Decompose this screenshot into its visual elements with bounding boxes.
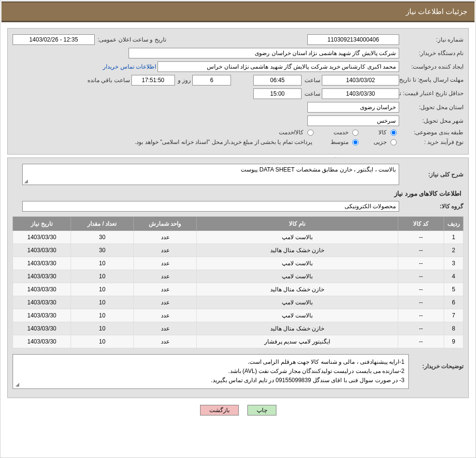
table-cell: بالاست لامپ [197, 309, 398, 322]
radio-medium-label: متوسط [329, 139, 348, 145]
radio-goods[interactable] [390, 129, 397, 136]
radio-service-label: خدمت [332, 129, 348, 136]
radio-medium[interactable] [352, 139, 359, 145]
days-and-label: روز و [176, 77, 191, 84]
days-remaining: 6 [192, 75, 231, 86]
city-label: شهر محل تحویل: [401, 117, 463, 124]
deadline-hour: 06:45 [253, 75, 302, 86]
announce-label: تاریخ و ساعت اعلان عمومی: [96, 36, 166, 43]
table-cell: عدد [134, 283, 197, 296]
table-cell: -- [398, 296, 444, 309]
table-cell: 1403/03/30 [13, 231, 71, 244]
table-cell: -- [398, 270, 444, 283]
table-cell: -- [398, 231, 444, 244]
table-cell: عدد [134, 244, 197, 257]
announce-value: 1403/02/26 - 12:35 [13, 34, 95, 45]
table-cell: 1403/03/30 [13, 309, 71, 322]
page-title: جزئیات اطلاعات نیاز [406, 7, 467, 15]
table-cell: بالاست لامپ [197, 257, 398, 270]
table-cell: 4 [444, 270, 463, 283]
th-unit: واحد شمارش [134, 217, 197, 231]
deadline-date: 1403/03/02 [322, 75, 399, 86]
need-no-label: شماره نیاز: [401, 36, 463, 43]
table-row: 2--خازن خشک متال هالیدعدد301403/03/30 [13, 244, 463, 257]
table-cell: ایگنیتور لامپ سدیم پرفشار [197, 335, 398, 348]
table-cell: عدد [134, 322, 197, 335]
buyer-notes-value: 1-ارایه پیشنهادفنی ، مالی و شناسه کالا ج… [13, 354, 409, 389]
table-cell: 1403/03/30 [13, 283, 71, 296]
table-cell: عدد [134, 257, 197, 270]
th-date: تاریخ نیاز [13, 217, 71, 231]
requester-value: محمد اکبری کارشناس خرید شرکت پالایش گاز … [158, 61, 399, 72]
table-row: 4--بالاست لامپعدد101403/03/30 [13, 270, 463, 283]
province-label: استان محل تحویل: [401, 104, 463, 111]
th-row: ردیف [444, 217, 463, 231]
table-cell: خازن خشک متال هالید [197, 283, 398, 296]
table-cell: 5 [444, 283, 463, 296]
th-code: کد کالا [398, 217, 444, 231]
purchase-type-label: نوع فرآیند خرید : [401, 139, 463, 145]
deadline-label: مهلت ارسال پاسخ: تا تاریخ: [401, 76, 463, 84]
table-cell: 30 [71, 231, 134, 244]
table-cell: 10 [71, 322, 134, 335]
buyer-contact-link[interactable]: اطلاعات تماس خریدار [101, 63, 156, 70]
radio-goods-service-label: کالا/خدمت [277, 129, 303, 136]
table-cell: 2 [444, 244, 463, 257]
province-value: خراسان رضوی [307, 102, 399, 113]
requester-label: ایجاد کننده درخواست: [401, 63, 463, 70]
table-cell: عدد [134, 296, 197, 309]
resize-handle-icon: ◢ [24, 178, 28, 184]
hour-label-2: ساعت [303, 90, 320, 97]
table-cell: 10 [71, 296, 134, 309]
city-value: سرخس [307, 115, 399, 126]
table-cell: 1403/03/30 [13, 335, 71, 348]
page-header: جزئیات اطلاعات نیاز [1, 1, 475, 22]
goods-table: ردیف کد کالا نام کالا واحد شمارش تعداد /… [13, 216, 463, 348]
table-cell: -- [398, 257, 444, 270]
radio-minor-label: جزیی [372, 139, 387, 145]
table-cell: 10 [71, 283, 134, 296]
table-cell: 9 [444, 335, 463, 348]
validity-hour: 15:00 [253, 88, 302, 99]
back-button[interactable]: بازگشت [200, 405, 239, 415]
goods-group-label: گروه کالا: [401, 203, 463, 210]
goods-panel: شرح کلی نیاز: بالاست ، ایگنتور ، خازن مط… [7, 157, 469, 398]
table-row: 1--بالاست لامپعدد301403/03/30 [13, 231, 463, 244]
table-cell: 30 [71, 244, 134, 257]
radio-goods-service[interactable] [307, 129, 314, 136]
hour-label-1: ساعت [303, 77, 320, 84]
main-details-panel: AriaTender.net شماره نیاز: 1103092134000… [7, 28, 469, 155]
print-button[interactable]: چاپ [247, 405, 276, 415]
resize-handle-icon: ◢ [15, 382, 19, 387]
table-cell: 10 [71, 270, 134, 283]
general-desc-value: بالاست ، ایگنتور ، خازن مطابق مشخصات DAT… [22, 164, 399, 185]
table-row: 9--ایگنیتور لامپ سدیم پرفشارعدد101403/03… [13, 335, 463, 348]
payment-note: پرداخت تمام یا بخشی از مبلغ خرید،از محل … [133, 139, 312, 145]
table-cell: 1403/03/30 [13, 296, 71, 309]
table-cell: 1403/03/30 [13, 244, 71, 257]
table-row: 3--بالاست لامپعدد101403/03/30 [13, 257, 463, 270]
table-cell: 7 [444, 309, 463, 322]
table-cell: -- [398, 309, 444, 322]
table-cell: 10 [71, 335, 134, 348]
table-cell: -- [398, 335, 444, 348]
radio-service[interactable] [352, 129, 359, 136]
table-cell: 10 [71, 257, 134, 270]
need-no-value: 1103092134000406 [307, 34, 399, 45]
remaining-label: ساعت باقي مانده [86, 77, 130, 84]
radio-goods-label: کالا [377, 129, 387, 136]
radio-minor[interactable] [390, 139, 397, 145]
table-row: 6--بالاست لامپعدد101403/03/30 [13, 296, 463, 309]
table-cell: -- [398, 322, 444, 335]
th-name: نام کالا [197, 217, 398, 231]
goods-info-title: اطلاعات کالاهای مورد نیاز [13, 190, 462, 197]
table-row: 7--بالاست لامپعدد101403/03/30 [13, 309, 463, 322]
table-cell: بالاست لامپ [197, 296, 398, 309]
table-cell: 1403/03/30 [13, 322, 71, 335]
table-cell: خازن خشک متال هالید [197, 322, 398, 335]
table-cell: 1 [444, 231, 463, 244]
table-cell: خازن خشک متال هالید [197, 244, 398, 257]
table-cell: بالاست لامپ [197, 270, 398, 283]
table-cell: 1403/03/30 [13, 270, 71, 283]
footer-actions: چاپ بازگشت [1, 405, 475, 415]
